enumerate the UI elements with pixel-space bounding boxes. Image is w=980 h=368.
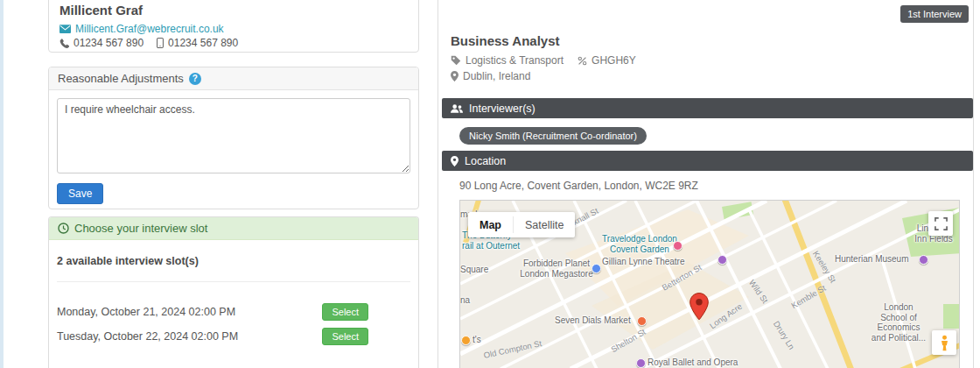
candidate-mobile: 01234 567 890 — [168, 37, 238, 49]
candidate-contact-card: Millicent Graf Millicent.Graf@webrecruit… — [48, 0, 419, 53]
map-type-satellite-button[interactable]: Satellite — [514, 212, 575, 237]
map-label-royal-ballet-opera: Royal Ballet and Opera — [648, 357, 738, 368]
location-pin-icon — [451, 71, 458, 81]
tag-icon — [451, 55, 461, 66]
interviewers-title: Interviewer(s) — [469, 103, 536, 115]
map-label-gillian-lynne-theatre: Gillian Lynne Theatre — [602, 257, 685, 267]
job-sector-item: Logistics & Transport — [451, 54, 564, 67]
pegman-icon — [940, 335, 949, 351]
fullscreen-button[interactable] — [928, 211, 953, 236]
candidate-name: Millicent Graf — [60, 3, 408, 18]
email-icon — [60, 25, 71, 33]
map-label-forbidden-planet: Forbidden Planet London Megastore — [514, 258, 598, 279]
map-canvas[interactable]: Travelodge London Covent Garden Gillian … — [459, 200, 960, 368]
adjustments-title: Reasonable Adjustments — [58, 72, 184, 85]
poi-lodging-icon[interactable] — [673, 241, 682, 251]
reasonable-adjustments-panel: Reasonable Adjustments ? I require wheel… — [48, 67, 419, 209]
map-label-partial-ts: t's — [472, 335, 481, 345]
mobile-icon — [157, 38, 164, 48]
map-label-hunterian-museum: Hunterian Museum — [835, 254, 908, 265]
poi-opera-icon[interactable] — [636, 358, 646, 368]
job-title: Business Analyst — [451, 33, 560, 48]
map-label-lse: London School of Economics and Political… — [866, 302, 931, 343]
slots-header: Choose your interview slot — [49, 217, 418, 240]
location-section-header: Location — [442, 151, 973, 171]
pegman-button[interactable] — [932, 330, 956, 355]
phone-icon — [60, 39, 69, 48]
poi-restaurant-icon[interactable] — [461, 336, 471, 345]
interviewer-pill: Nicky Smith (Recruitment Co-ordinator) — [459, 127, 647, 145]
job-sector: Logistics & Transport — [466, 54, 564, 67]
poi-museum-icon[interactable] — [919, 255, 928, 265]
location-title: Location — [465, 155, 506, 167]
adjustments-body: I require wheelchair access. Save — [49, 90, 418, 212]
job-location: Dublin, Ireland — [463, 70, 530, 82]
candidate-phone-row: 01234 567 890 01234 567 890 — [60, 37, 408, 49]
help-icon[interactable]: ? — [189, 73, 201, 85]
vacancy-panel: 1st Interview Business Analyst Logistics… — [442, 0, 973, 368]
slots-body: 2 available interview slot(s) Monday, Oc… — [49, 240, 418, 360]
page-right-border — [973, 0, 974, 368]
map-marker-icon[interactable] — [690, 293, 709, 321]
slots-title: Choose your interview slot — [74, 222, 207, 235]
poi-market-icon[interactable] — [637, 316, 647, 326]
interview-stage-badge: 1st Interview — [900, 5, 969, 23]
venue-address: 90 Long Acre, Covent Garden, London, WC2… — [459, 180, 698, 192]
poi-store-icon[interactable] — [592, 264, 601, 273]
slot-row: Monday, October 21, 2024 02:00 PM Select — [57, 303, 410, 321]
page-left-accent — [0, 0, 4, 368]
users-icon — [451, 103, 463, 114]
select-slot-button[interactable]: Select — [322, 328, 368, 345]
map-pin-icon — [451, 156, 458, 166]
job-meta-row: Logistics & Transport GHGH6Y — [451, 54, 636, 67]
slot-row: Tuesday, October 22, 2024 02:00 PM Selec… — [57, 328, 410, 345]
job-location-row: Dublin, Ireland — [451, 70, 530, 82]
candidate-email-row: Millicent.Graf@webrecruit.co.uk — [60, 23, 408, 35]
candidate-phone: 01234 567 890 — [74, 37, 144, 49]
map-label-partial-square: Square — [460, 265, 488, 275]
column-divider — [438, 0, 438, 368]
adjustments-header: Reasonable Adjustments ? — [49, 67, 418, 90]
interview-slots-panel: Choose your interview slot 2 available i… — [48, 216, 419, 368]
interview-details-page: Millicent Graf Millicent.Graf@webrecruit… — [0, 0, 980, 368]
select-slot-button[interactable]: Select — [322, 303, 368, 321]
map-type-map-button[interactable]: Map — [468, 212, 513, 237]
clock-icon — [58, 223, 69, 234]
interviewers-section-header: Interviewer(s) — [442, 98, 973, 118]
slot-date: Tuesday, October 22, 2024 02:00 PM — [57, 330, 238, 343]
slot-date: Monday, October 21, 2024 02:00 PM — [57, 306, 235, 318]
map-label-partial-na: na — [460, 295, 470, 306]
map-type-control: Map Satellite — [468, 212, 575, 237]
job-reference: GHGH6Y — [592, 54, 636, 67]
poi-theatre-icon[interactable] — [718, 255, 727, 265]
candidate-email-link[interactable]: Millicent.Graf@webrecruit.co.uk — [75, 23, 224, 35]
map-label-seven-dials-market: Seven Dials Market — [555, 315, 631, 326]
fullscreen-icon — [934, 217, 948, 230]
slots-divider — [57, 281, 410, 282]
save-button[interactable]: Save — [57, 183, 103, 204]
reference-icon — [578, 56, 587, 66]
job-reference-item: GHGH6Y — [578, 54, 636, 67]
available-slots-count: 2 available interview slot(s) — [57, 255, 410, 267]
adjustments-textarea[interactable]: I require wheelchair access. — [57, 98, 410, 173]
